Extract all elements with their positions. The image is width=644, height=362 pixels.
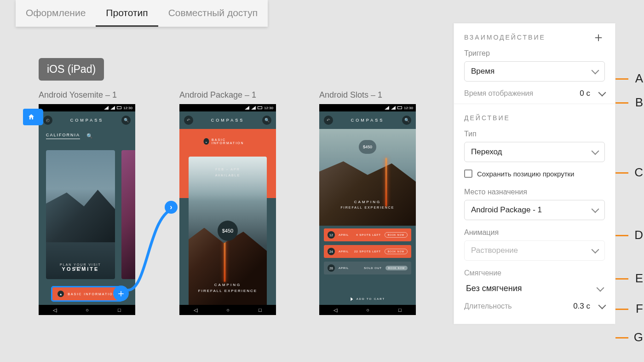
artboard-slots[interactable]: 12:30 ↶ COMPASS 🔍 $450 CAMPING FIREFALL …	[319, 104, 416, 315]
slot-month: APRIL	[339, 250, 349, 253]
day-badge: 24	[328, 248, 335, 255]
preserve-scroll-label: Сохранить позицию прокрутки	[477, 170, 575, 178]
mountain-icon: ▲	[58, 291, 64, 297]
easing-value: Без смягчения	[466, 284, 522, 293]
camping-label: CAMPING	[189, 283, 267, 287]
slot-spots: 22 SPOTS LEFT	[354, 250, 381, 253]
search-icon: 🔍	[121, 116, 131, 125]
artboard-yosemite[interactable]: 12:30 ◴ COMPASS 🔍 CALIFORNIA 🔍 PLAN YOUR…	[39, 104, 135, 315]
experience-label: FIREFALL EXPERIENCE	[319, 206, 416, 209]
destination-label: Место назначения	[464, 188, 605, 196]
chevron-down-icon	[592, 246, 599, 254]
cart-label: ADD TO CART	[356, 298, 385, 300]
preserve-scroll-checkbox-row[interactable]: Сохранить позицию прокрутки	[464, 169, 605, 178]
display-time-value: 0 с	[580, 89, 590, 98]
chip-label: BASIC INFORMATION	[212, 138, 252, 145]
day-badge: 12	[328, 231, 335, 239]
back-icon: ↶	[324, 116, 333, 125]
prototype-canvas[interactable]: Оформление Прототип Совместный доступ iO…	[0, 0, 644, 362]
app-brand: COMPASS	[70, 118, 104, 123]
duration-dropdown[interactable]: 0.3 с	[573, 302, 605, 311]
chevron-down-icon: ⌄	[204, 138, 209, 145]
camping-label: CAMPING	[319, 200, 416, 204]
callout-E: E	[635, 271, 643, 286]
action-type-dropdown[interactable]: Переход	[464, 142, 605, 162]
chevron-down-icon	[592, 205, 599, 213]
app-header: ↶ COMPASS 🔍	[179, 111, 276, 129]
booking-slot: 12APRIL4 SPOTS LEFTBOOK NOW	[324, 228, 411, 241]
tab-share[interactable]: Совместный доступ	[158, 0, 268, 27]
play-icon	[351, 297, 353, 301]
app-brand: COMPASS	[351, 118, 384, 123]
android-status-bar: 12:30	[319, 104, 416, 111]
trigger-label: Триггер	[464, 49, 605, 58]
add-to-cart: ADD TO CART	[350, 298, 385, 300]
chevron-down-icon	[592, 147, 599, 155]
destination-value: Android Package - 1	[471, 205, 542, 215]
artboard-package[interactable]: 12:30 ↶ COMPASS 🔍 ⌄ BASIC INFORMATION FE…	[179, 104, 276, 315]
easing-dropdown[interactable]: Без смягчения	[464, 281, 605, 296]
type-value: Переход	[471, 147, 502, 157]
book-now-button: BOOK NOW	[385, 249, 408, 254]
search-icon: 🔍	[402, 116, 411, 125]
chevron-down-icon	[598, 302, 606, 309]
slot-month: APRIL	[339, 234, 349, 236]
easing-label: Смягчение	[464, 269, 605, 277]
android-nav-bar: ◁○□	[179, 305, 276, 315]
trigger-dropdown[interactable]: Время	[464, 61, 605, 82]
annotation-callouts: A B C D E F G	[612, 0, 644, 362]
callout-G: G	[634, 330, 643, 344]
book-now-button: BOOK NOW	[385, 232, 408, 238]
chevron-down-icon	[592, 67, 599, 75]
search-icon: 🔍	[86, 133, 93, 139]
availability-label: AVAILABLE	[215, 173, 241, 179]
android-status-bar: 12:30	[179, 104, 276, 111]
mode-tab-bar: Оформление Прототип Совместный доступ	[16, 0, 268, 27]
animation-dropdown[interactable]: Растворение	[464, 240, 605, 261]
back-icon: ↶	[184, 116, 193, 125]
callout-C: C	[634, 165, 643, 180]
chevron-down-icon	[597, 284, 604, 292]
availability-range: FEB – APR	[215, 167, 241, 173]
slot-spots: SOLD OUT	[364, 267, 382, 269]
app-brand: COMPASS	[211, 118, 244, 123]
connection-handle-plus[interactable]: ＋	[113, 286, 129, 301]
card-title: YOSEMITE	[62, 266, 99, 272]
android-nav-bar: ◁○□	[319, 305, 416, 315]
callout-D: D	[634, 228, 643, 242]
tab-design[interactable]: Оформление	[16, 0, 96, 27]
package-card: FEB – APR AVAILABLE $450 CAMPING FIREFAL…	[189, 157, 267, 305]
callout-B: B	[635, 95, 643, 110]
artboard-label[interactable]: Android Yosemite – 1	[39, 90, 117, 100]
compass-icon: ◴	[43, 116, 52, 125]
device-size-chip[interactable]: iOS (iPad)	[39, 58, 104, 81]
artboard-label[interactable]: Android Package – 1	[179, 90, 256, 100]
artboard-label[interactable]: Android Slots – 1	[319, 90, 382, 100]
interaction-section-title: ВЗАИМОДЕЙСТВИЕ	[464, 34, 546, 41]
slot-month: APRIL	[339, 267, 349, 269]
duration-value: 0.3 с	[573, 302, 590, 311]
animation-label: Анимация	[464, 228, 605, 237]
app-header: ◴ COMPASS 🔍	[39, 111, 135, 129]
booking-slots: 12APRIL4 SPOTS LEFTBOOK NOW24APRIL22 SPO…	[324, 228, 411, 274]
peek-card	[121, 150, 135, 279]
price-badge: $450	[359, 140, 376, 154]
tab-prototype[interactable]: Прототип	[96, 0, 158, 27]
chevron-down-icon	[598, 89, 606, 97]
checkbox-unchecked[interactable]	[464, 169, 472, 178]
price-badge: $450	[218, 221, 238, 241]
interaction-panel: ВЗАИМОДЕЙСТВИЕ ＋ Триггер Время Время ото…	[454, 23, 615, 324]
button-label: BASIC INFORMATION	[68, 292, 116, 296]
basic-information-button[interactable]: ▲ BASIC INFORMATION	[52, 287, 121, 300]
category-tabs: CALIFORNIA 🔍	[39, 129, 135, 143]
category-tab-selected: CALIFORNIA	[46, 133, 80, 139]
experience-label: FIREFALL EXPERIENCE	[189, 289, 267, 293]
booking-slot: 24APRIL22 SPOTS LEFTBOOK NOW	[324, 245, 411, 258]
book-now-button: BOOK NOW	[385, 266, 408, 270]
destination-dropdown[interactable]: Android Package - 1	[464, 200, 605, 220]
display-time-dropdown[interactable]: 0 с	[580, 89, 605, 98]
app-header: ↶ COMPASS 🔍	[319, 111, 416, 129]
connection-arrow-node[interactable]: ›	[165, 201, 178, 214]
home-artboard-badge[interactable]	[23, 109, 40, 125]
slot-spots: 4 SPOTS LEFT	[356, 234, 381, 236]
